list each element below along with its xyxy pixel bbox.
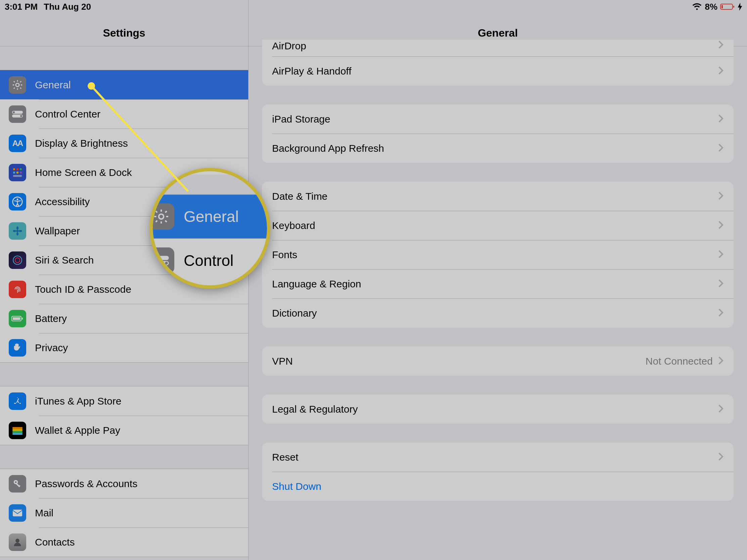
sidebar-item-label: Touch ID & Passcode: [35, 284, 131, 295]
detail-row-airplay-handoff[interactable]: AirPlay & Handoff: [262, 56, 733, 86]
sidebar-item-mail[interactable]: Mail: [0, 498, 248, 528]
svg-rect-10: [20, 171, 22, 174]
detail-group-airdrop: AirDrop AirPlay & Handoff: [262, 39, 733, 86]
svg-point-16: [17, 232, 19, 235]
status-battery-pct: 8%: [705, 2, 717, 12]
sidebar-item-general[interactable]: General: [0, 70, 248, 99]
detail-row-label: iPad Storage: [272, 113, 330, 125]
magnifier-row-label: Control: [184, 251, 233, 270]
detail-row-label: AirDrop: [272, 40, 306, 52]
chevron-right-icon: [718, 308, 723, 318]
detail-group-legal: Legal & Regulatory: [262, 395, 733, 424]
svg-point-20: [15, 258, 20, 262]
gear-icon: [9, 76, 26, 94]
sidebar-title: Settings: [103, 27, 145, 39]
detail-row-reset[interactable]: Reset: [262, 443, 733, 472]
detail-row-dictionary[interactable]: Dictionary: [262, 298, 733, 328]
detail-group-storage: iPad Storage Background App Refresh: [262, 104, 733, 163]
detail-row-ipad-storage[interactable]: iPad Storage: [262, 104, 733, 134]
detail-row-label: Dictionary: [272, 308, 317, 319]
detail-group-reset: Reset Shut Down: [262, 443, 733, 501]
chevron-right-icon: [718, 191, 723, 202]
detail-row-legal-regulatory[interactable]: Legal & Regulatory: [262, 395, 733, 424]
svg-point-13: [17, 198, 18, 200]
detail-pane: General AirDrop AirPlay & Handoff iPad S…: [249, 0, 747, 560]
annotation-magnifier: General Control: [150, 168, 271, 289]
svg-point-4: [20, 115, 22, 117]
detail-row-keyboard[interactable]: Keyboard: [262, 211, 733, 240]
toggles-icon: [9, 105, 26, 123]
detail-row-shut-down[interactable]: Shut Down: [262, 472, 733, 501]
grid-icon: [9, 164, 26, 181]
sidebar-item-label: Privacy: [35, 342, 68, 353]
sidebar-item-label: Wallet & Apple Pay: [35, 425, 120, 436]
siri-icon: [9, 251, 26, 269]
detail-row-label: Reset: [272, 452, 298, 463]
detail-row-fonts[interactable]: Fonts: [262, 240, 733, 269]
detail-row-background-app-refresh[interactable]: Background App Refresh: [262, 134, 733, 163]
svg-rect-27: [12, 433, 23, 435]
sidebar-item-battery[interactable]: Battery: [0, 304, 248, 333]
detail-row-label: Keyboard: [272, 220, 315, 231]
svg-point-33: [16, 538, 20, 542]
chevron-right-icon: [718, 356, 723, 366]
sidebar-item-display-brightness[interactable]: AA Display & Brightness: [0, 129, 248, 158]
detail-row-label: AirPlay & Handoff: [272, 65, 351, 77]
sidebar-item-privacy[interactable]: Privacy: [0, 333, 248, 362]
person-icon: [9, 533, 26, 551]
sidebar-scroll[interactable]: General Control Center AA Display & Brig…: [0, 46, 248, 560]
svg-rect-9: [17, 171, 19, 174]
sidebar-item-label: Accessibility: [35, 196, 90, 208]
sidebar-group-store: iTunes & App Store Wallet & Apple Pay: [0, 386, 248, 445]
flower-icon: [9, 222, 26, 240]
sidebar-item-label: Display & Brightness: [35, 138, 128, 149]
detail-row-value: Not Connected: [646, 355, 713, 367]
wifi-icon: [692, 3, 702, 10]
sidebar-item-label: General: [35, 79, 71, 91]
app-store-icon: [9, 393, 26, 410]
magnifier-row-label: General: [184, 208, 239, 225]
svg-rect-32: [13, 510, 22, 516]
status-date: Thu Aug 20: [44, 2, 91, 12]
svg-rect-6: [17, 168, 19, 170]
split-view: Settings General Control Center: [0, 0, 747, 560]
chevron-right-icon: [718, 220, 723, 231]
svg-point-19: [13, 256, 22, 265]
chevron-right-icon: [718, 279, 723, 289]
sidebar-item-label: Home Screen & Dock: [35, 167, 132, 178]
magnifier-row-general: General: [150, 195, 271, 238]
svg-rect-25: [12, 429, 23, 431]
svg-point-0: [16, 83, 19, 87]
detail-row-language-region[interactable]: Language & Region: [262, 269, 733, 298]
detail-row-vpn[interactable]: VPN Not Connected: [262, 346, 733, 376]
detail-title: General: [478, 27, 518, 39]
svg-point-18: [19, 230, 22, 232]
detail-row-airdrop[interactable]: AirDrop: [262, 39, 733, 56]
battery-low-icon: [720, 3, 735, 10]
sidebar-item-contacts[interactable]: Contacts: [0, 528, 248, 557]
wallet-icon: [9, 422, 26, 439]
detail-row-date-time[interactable]: Date & Time: [262, 182, 733, 211]
chevron-right-icon: [718, 40, 723, 50]
sidebar-item-label: Contacts: [35, 536, 75, 548]
detail-row-label: Language & Region: [272, 278, 361, 290]
sidebar-item-itunes-app-store[interactable]: iTunes & App Store: [0, 386, 248, 416]
svg-rect-8: [13, 171, 15, 174]
detail-group-vpn: VPN Not Connected: [262, 346, 733, 376]
sidebar-item-passwords-accounts[interactable]: Passwords & Accounts: [0, 469, 248, 498]
svg-rect-11: [13, 175, 22, 177]
status-time: 3:01 PM: [5, 2, 37, 12]
envelope-icon: [9, 504, 26, 522]
svg-rect-36: [721, 5, 723, 8]
chevron-right-icon: [718, 66, 723, 76]
sidebar-item-wallet-apple-pay[interactable]: Wallet & Apple Pay: [0, 416, 248, 445]
detail-scroll[interactable]: AirDrop AirPlay & Handoff iPad Storage B…: [249, 39, 747, 560]
detail-group-datetime: Date & Time Keyboard Fonts Language & Re…: [262, 182, 733, 328]
detail-row-label: VPN: [272, 355, 293, 367]
sidebar-item-label: Control Center: [35, 108, 100, 120]
sidebar-item-control-center[interactable]: Control Center: [0, 99, 248, 129]
svg-rect-24: [12, 427, 23, 429]
sidebar-item-label: Siri & Search: [35, 255, 94, 266]
svg-point-43: [165, 262, 168, 264]
svg-rect-35: [733, 6, 734, 8]
